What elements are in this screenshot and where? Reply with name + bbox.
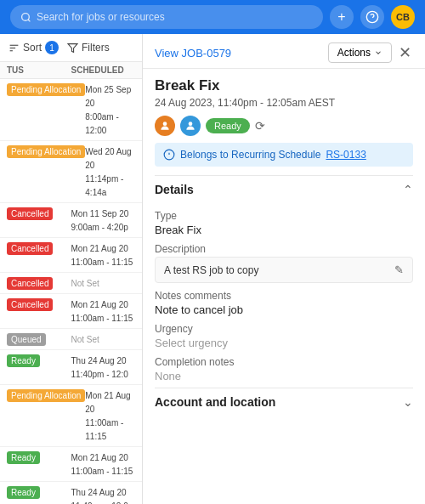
status-badge: Ready bbox=[7, 354, 40, 367]
table-row[interactable]: Cancelled Mon 11 Sep 209:00am - 4:20p bbox=[0, 203, 142, 238]
status-badge: Cancelled bbox=[7, 207, 53, 220]
table-row[interactable]: Ready Thu 24 Aug 2011:40pm - 12:0 bbox=[0, 350, 142, 385]
info-icon bbox=[163, 149, 175, 161]
search-placeholder: Search for jobs or resources bbox=[37, 11, 165, 23]
col1-header: TUS bbox=[7, 65, 71, 75]
help-button[interactable] bbox=[360, 5, 384, 29]
sort-label: Sort bbox=[23, 42, 42, 54]
account-section-header[interactable]: Account and location ⌄ bbox=[155, 388, 413, 416]
details-chevron-icon: ⌃ bbox=[403, 183, 413, 196]
chevron-down-icon bbox=[374, 48, 382, 57]
completion-value: None bbox=[155, 370, 413, 382]
scheduled-cell: Not Set bbox=[71, 276, 136, 289]
refresh-icon[interactable]: ⟳ bbox=[255, 119, 265, 133]
panel-actions: Actions ✕ bbox=[328, 42, 413, 63]
status-cell: Cancelled bbox=[7, 241, 71, 255]
description-value: A test RS job to copy bbox=[164, 264, 258, 276]
completion-label: Completion notes bbox=[155, 356, 413, 368]
recurring-schedule-link[interactable]: RS-0133 bbox=[326, 149, 366, 161]
search-bar[interactable]: Search for jobs or resources bbox=[10, 5, 323, 29]
scheduled-value: Thu 24 Aug 2011:40pm - 12:0 bbox=[71, 488, 128, 504]
account-chevron-icon: ⌄ bbox=[403, 395, 413, 409]
user-avatar[interactable]: CB bbox=[391, 5, 415, 29]
table-row[interactable]: Cancelled Mon 21 Aug 2011:00am - 11:15 bbox=[0, 238, 142, 273]
scheduled-value: Thu 24 Aug 2011:40pm - 12:0 bbox=[71, 356, 128, 379]
status-badge: Pending Allocation bbox=[7, 389, 85, 402]
status-badge: Queued bbox=[7, 333, 46, 346]
right-panel: View JOB-0579 Actions ✕ Break Fix 24 Aug… bbox=[143, 34, 425, 504]
ready-status-badge: Ready bbox=[206, 118, 250, 133]
status-badge: Cancelled bbox=[7, 242, 53, 255]
scheduled-cell: Mon 21 Aug 2011:00am - 11:15 bbox=[71, 241, 136, 269]
table-row[interactable]: Queued Not Set bbox=[0, 329, 142, 350]
add-button[interactable]: + bbox=[330, 5, 354, 29]
status-cell: Pending Allocation bbox=[7, 82, 85, 96]
filter-icon bbox=[67, 42, 78, 54]
close-button[interactable]: ✕ bbox=[397, 43, 413, 62]
table-row[interactable]: Cancelled Mon 21 Aug 2011:00am - 11:15 bbox=[0, 294, 142, 329]
scheduled-value: Wed 20 Aug 2011:14pm - 4:14a bbox=[85, 147, 131, 197]
scheduled-cell: Thu 24 Aug 2011:40pm - 12:0 bbox=[71, 354, 136, 381]
scheduled-value: Mon 25 Sep 208:00am - 12:00 bbox=[85, 85, 131, 135]
status-badge: Ready bbox=[7, 486, 40, 499]
table-row[interactable]: Pending Allocation Mon 25 Sep 208:00am -… bbox=[0, 79, 142, 141]
sort-badge: 1 bbox=[45, 41, 59, 54]
scheduled-value: Mon 21 Aug 2011:00am - 11:15 bbox=[71, 300, 133, 323]
edit-description-icon[interactable]: ✎ bbox=[394, 263, 404, 276]
type-label: Type bbox=[155, 210, 413, 222]
scheduled-value: Mon 11 Sep 209:00am - 4:20p bbox=[71, 209, 129, 232]
notes-label: Notes comments bbox=[155, 290, 413, 302]
person-avatar-2 bbox=[180, 116, 201, 136]
scheduled-value: Mon 21 Aug 2011:00am - 11:15 bbox=[71, 244, 133, 267]
info-banner-text: Belongs to Recurring Schedule bbox=[180, 149, 320, 161]
details-section-title: Details bbox=[155, 183, 194, 196]
sort-button[interactable]: Sort 1 bbox=[8, 41, 59, 54]
status-badge: Pending Allocation bbox=[7, 83, 85, 96]
svg-line-1 bbox=[28, 20, 30, 21]
account-section-title: Account and location bbox=[155, 395, 275, 409]
scheduled-value: Not Set bbox=[71, 279, 99, 288]
table-row[interactable]: Pending Allocation Wed 20 Aug 2011:14pm … bbox=[0, 141, 142, 203]
status-cell: Ready bbox=[7, 354, 71, 367]
panel-body: Break Fix 24 Aug 2023, 11:40pm - 12:05am… bbox=[143, 69, 425, 424]
actions-label: Actions bbox=[337, 47, 371, 59]
type-value: Break Fix bbox=[155, 224, 413, 236]
help-icon bbox=[366, 10, 379, 24]
status-cell: Ready bbox=[7, 485, 71, 499]
table-row[interactable]: Ready Thu 24 Aug 2011:40pm - 12:0 bbox=[0, 482, 142, 504]
svg-point-9 bbox=[189, 122, 193, 126]
panel-header: View JOB-0579 Actions ✕ bbox=[143, 34, 425, 69]
job-date: 24 Aug 2023, 11:40pm - 12:05am AEST bbox=[155, 97, 413, 109]
svg-point-8 bbox=[163, 122, 167, 126]
table-header: TUS SCHEDULED bbox=[0, 62, 142, 79]
description-box: A test RS job to copy ✎ bbox=[155, 257, 413, 283]
search-icon bbox=[20, 12, 31, 23]
status-cell: Queued bbox=[7, 332, 71, 346]
actions-button[interactable]: Actions bbox=[328, 42, 392, 63]
scheduled-cell: Thu 24 Aug 2011:40pm - 12:0 bbox=[71, 485, 136, 504]
status-badge: Pending Allocation bbox=[7, 145, 85, 158]
sort-icon bbox=[8, 42, 20, 54]
status-badge: Cancelled bbox=[7, 298, 53, 311]
status-cell: Cancelled bbox=[7, 297, 71, 311]
details-section-header[interactable]: Details ⌃ bbox=[155, 175, 413, 203]
filters-button[interactable]: Filters bbox=[67, 42, 110, 54]
job-id-link[interactable]: View JOB-0579 bbox=[155, 47, 231, 59]
description-label: Description bbox=[155, 243, 413, 255]
job-title: Break Fix bbox=[155, 77, 413, 94]
left-panel: Sort 1 Filters TUS SCHEDULED Pending All… bbox=[0, 34, 143, 504]
urgency-placeholder[interactable]: Select urgency bbox=[155, 337, 413, 349]
status-cell: Ready bbox=[7, 450, 71, 464]
table-row[interactable]: Pending Allocation Mon 21 Aug 2011:00am … bbox=[0, 385, 142, 447]
notes-value: Note to cancel job bbox=[155, 303, 413, 316]
table-row[interactable]: Ready Mon 21 Aug 2011:00am - 11:15 bbox=[0, 447, 142, 482]
top-navigation: Search for jobs or resources + CB bbox=[0, 0, 425, 34]
scheduled-cell: Mon 11 Sep 209:00am - 4:20p bbox=[71, 207, 136, 234]
urgency-label: Urgency bbox=[155, 323, 413, 335]
table-row[interactable]: Cancelled Not Set bbox=[0, 273, 142, 294]
info-banner: Belongs to Recurring Schedule RS-0133 bbox=[155, 143, 413, 167]
scheduled-cell: Mon 21 Aug 2011:00am - 11:15 bbox=[71, 297, 136, 325]
svg-marker-7 bbox=[68, 43, 77, 52]
scheduled-cell: Wed 20 Aug 2011:14pm - 4:14a bbox=[85, 144, 135, 199]
status-cell: Cancelled bbox=[7, 207, 71, 220]
